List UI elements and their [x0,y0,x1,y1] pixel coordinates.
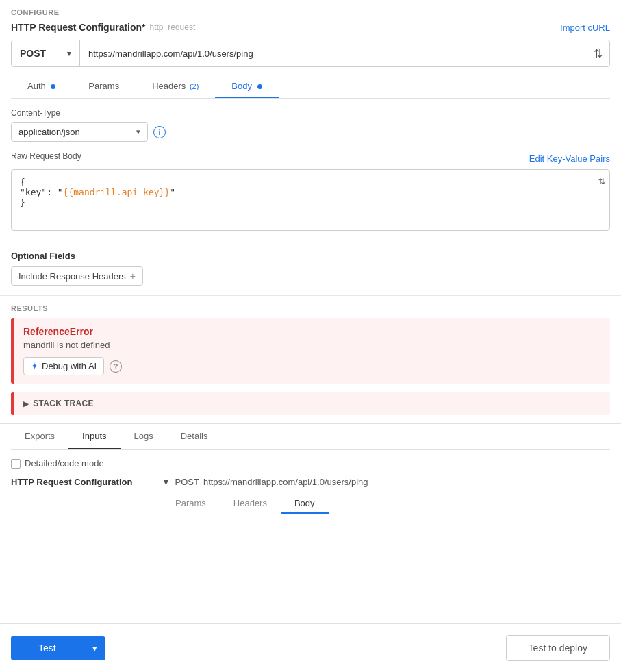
import-curl-link[interactable]: Import cURL [560,23,610,33]
content-type-select[interactable]: application/json ▾ [11,122,148,142]
http-config-title-row: HTTP Request Configuration* http_request [11,22,195,33]
raw-body-section: Raw Request Body Edit Key-Value Pairs ⇅ … [11,151,610,231]
inputs-tab-body[interactable]: Body [281,494,329,514]
error-title: ReferenceError [23,326,600,337]
include-response-headers-tag[interactable]: Include Response Headers + [11,266,143,286]
http-config-title: HTTP Request Configuration [11,22,142,33]
tab-headers[interactable]: Headers (2) [136,75,215,98]
stack-trace-row: ▶ STACK TRACE [11,392,610,415]
detail-mode-label: Detailed/code mode [25,458,104,469]
debug-help-icon[interactable]: ? [110,360,122,373]
raw-body-label: Raw Request Body [11,151,81,161]
url-expand-icon[interactable]: ⇅ [587,47,609,60]
template-var: {{mandrill.api_key}} [63,187,170,197]
footer-bar: Test ▾ Test to deploy [0,623,621,672]
configure-section-label: CONFIGURE [0,0,621,22]
inputs-tab-params[interactable]: Params [162,494,220,514]
url-row: POST ▾ ⇅ [11,40,610,67]
error-block: ReferenceError mandrill is not defined ✦… [11,318,610,384]
optional-fields-section: Optional Fields Include Response Headers… [0,242,621,296]
test-btn-group: Test ▾ [11,636,105,660]
optional-fields-title: Optional Fields [11,251,610,261]
results-section: RESULTS ReferenceError mandrill is not d… [0,296,621,423]
stack-trace-toggle[interactable]: ▶ STACK TRACE [23,399,600,408]
tab-inputs[interactable]: Inputs [68,424,120,449]
bottom-tabs-section: Exports Inputs Logs Details Detailed/cod… [0,423,621,530]
content-type-section: Content-Type application/json ▾ i [11,108,610,142]
raw-body-header: Raw Request Body Edit Key-Value Pairs [11,151,610,165]
tab-logs[interactable]: Logs [121,424,167,449]
tab-params[interactable]: Params [72,75,136,98]
detail-mode-checkbox[interactable] [11,459,21,469]
http-config-header: HTTP Request Configuration* http_request… [11,22,610,33]
edit-kv-link[interactable]: Edit Key-Value Pairs [529,153,610,164]
config-row-label: HTTP Request Configuration [11,477,162,487]
config-row-method: ▼ POST [162,477,199,487]
test-to-deploy-button[interactable]: Test to deploy [506,635,610,661]
triangle-icon: ▼ [162,477,170,487]
debug-with-ai-button[interactable]: ✦ Debug with AI [23,357,104,375]
bottom-sub-tabs: Exports Inputs Logs Details [11,424,610,450]
content-type-chevron-icon: ▾ [136,127,140,136]
include-headers-label: Include Response Headers [18,271,126,282]
stack-trace-label: STACK TRACE [33,399,93,408]
debug-row: ✦ Debug with AI ? [23,357,600,375]
code-line-1: { [20,177,601,187]
code-line-3: } [20,197,601,208]
method-select[interactable]: POST ▾ [12,40,80,66]
config-method-value: POST [175,477,199,487]
test-button[interactable]: Test [11,636,84,660]
headers-badge: (2) [190,82,199,90]
raw-body-editor[interactable]: ⇅ { "key": "{{mandrill.api_key}}" } [11,169,610,231]
test-dropdown-icon: ▾ [92,643,97,654]
error-message: mandrill is not defined [23,340,600,350]
tab-exports[interactable]: Exports [11,424,68,449]
config-row-url: https://mandrillapp.com/api/1.0/users/pi… [203,477,368,487]
ai-icon: ✦ [31,361,38,371]
debug-label: Debug with AI [42,361,97,371]
test-dropdown-button[interactable]: ▾ [84,636,105,660]
auth-dot [51,84,55,89]
inputs-sub-tabs: Params Headers Body [162,494,610,514]
method-chevron-icon: ▾ [67,49,71,58]
detail-mode-row: Detailed/code mode [11,458,610,469]
body-dot [257,84,262,89]
tab-details[interactable]: Details [167,424,222,449]
method-value: POST [20,48,46,59]
required-marker: * [142,22,145,33]
editor-expand-icon[interactable]: ⇅ [598,174,605,187]
content-type-info-icon[interactable]: i [153,126,166,138]
http-config-subtitle: http_request [150,23,196,32]
inputs-content: Detailed/code mode HTTP Request Configur… [11,450,610,530]
results-label: RESULTS [0,296,621,318]
tab-auth[interactable]: Auth [11,75,72,98]
tab-body[interactable]: Body [215,75,278,98]
config-row: HTTP Request Configuration ▼ POST https:… [11,477,610,487]
stack-trace-arrow-icon: ▶ [23,400,29,408]
code-line-2: "key": "{{mandrill.api_key}}" [20,187,601,197]
content-type-value: application/json [18,127,80,137]
configure-section: HTTP Request Configuration* http_request… [0,22,621,242]
content-type-label: Content-Type [11,108,610,118]
inputs-tab-headers[interactable]: Headers [220,494,281,514]
plus-icon: + [130,271,136,282]
config-row-details: ▼ POST https://mandrillapp.com/api/1.0/u… [162,477,368,487]
url-input[interactable] [80,40,587,66]
sub-tabs: Auth Params Headers (2) Body [11,75,610,99]
content-type-row: application/json ▾ i [11,122,610,142]
